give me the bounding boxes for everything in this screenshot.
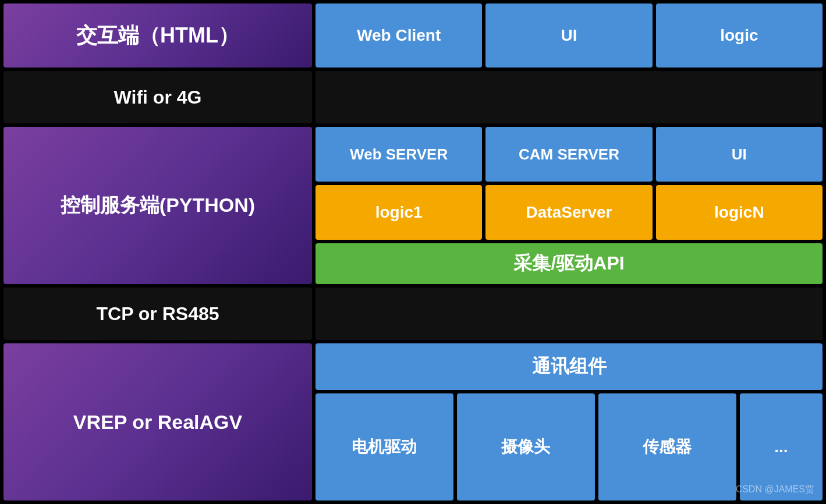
cam-server-box: CAM SERVER bbox=[485, 127, 652, 182]
row1-right: Web Client UI logic bbox=[315, 3, 823, 68]
camera-box: 摄像头 bbox=[457, 393, 595, 501]
vrep-label: VREP or RealAGV bbox=[3, 343, 312, 501]
wifi-right-empty bbox=[315, 71, 823, 123]
diagram: 交互端（HTML） Web Client UI logic Wifi or 4G… bbox=[0, 0, 826, 504]
logicn-box: logicN bbox=[656, 185, 823, 240]
row-tcp: TCP or RS485 bbox=[3, 288, 823, 340]
wifi-label: Wifi or 4G bbox=[3, 71, 312, 123]
logic1-box: logic1 bbox=[315, 185, 482, 240]
web-client-box: Web Client bbox=[315, 3, 482, 68]
tcp-right-empty bbox=[315, 288, 823, 340]
python-right: Web SERVER CAM SERVER UI logic1 DataServ… bbox=[315, 127, 823, 284]
row-python: 控制服务端(PYTHON) Web SERVER CAM SERVER UI l… bbox=[3, 127, 823, 284]
row-interactive: 交互端（HTML） Web Client UI logic bbox=[3, 3, 823, 68]
row-wifi: Wifi or 4G bbox=[3, 71, 823, 123]
motor-box: 电机驱动 bbox=[315, 393, 453, 501]
server-row: Web SERVER CAM SERVER UI bbox=[315, 127, 823, 182]
python-label: 控制服务端(PYTHON) bbox=[3, 127, 312, 284]
tcp-label: TCP or RS485 bbox=[3, 288, 312, 340]
dataserver-box: DataServer bbox=[485, 185, 652, 240]
api-box: 采集/驱动API bbox=[315, 243, 823, 284]
sensor-box: 传感器 bbox=[598, 393, 736, 501]
watermark: CSDN @JAMES贾 bbox=[736, 484, 814, 496]
logic-row: logic1 DataServer logicN bbox=[315, 185, 823, 240]
ui-box-row3: UI bbox=[656, 127, 823, 182]
web-server-box: Web SERVER bbox=[315, 127, 482, 182]
vrep-right: 通讯组件 电机驱动 摄像头 传感器 ... bbox=[315, 343, 823, 501]
row-vrep: VREP or RealAGV 通讯组件 电机驱动 摄像头 传感器 ... bbox=[3, 343, 823, 501]
tongxun-box: 通讯组件 bbox=[315, 343, 823, 390]
ui-box-row1: UI bbox=[485, 3, 652, 68]
logic-box-row1: logic bbox=[656, 3, 823, 68]
interactive-label: 交互端（HTML） bbox=[3, 3, 312, 68]
